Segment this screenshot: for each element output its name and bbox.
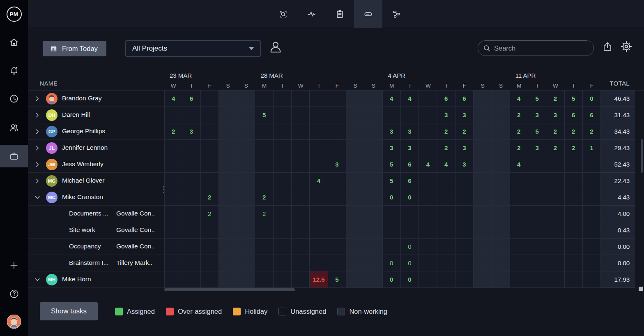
allocation-cell[interactable] [510, 206, 528, 222]
name-cell[interactable]: Site workGovalle Con.. [28, 222, 164, 239]
allocation-cell[interactable] [528, 206, 546, 222]
allocation-cell[interactable] [583, 173, 601, 189]
expand-toggle[interactable] [34, 178, 41, 186]
table-row-person[interactable]: MCMike Cranston22004.43 [28, 189, 644, 206]
allocation-cell[interactable] [364, 156, 382, 173]
allocation-cell[interactable] [492, 107, 510, 123]
allocation-cell[interactable] [383, 239, 401, 255]
allocation-cell[interactable] [237, 222, 255, 239]
allocation-cell[interactable] [237, 239, 255, 255]
allocation-cell[interactable] [310, 206, 328, 222]
allocation-cell[interactable]: 2 [565, 123, 583, 140]
allocation-cell[interactable] [164, 189, 182, 206]
allocation-cell[interactable] [419, 90, 437, 107]
allocation-cell[interactable]: 6 [437, 90, 455, 107]
allocation-cell[interactable] [346, 140, 364, 156]
allocation-cell[interactable]: 0 [401, 239, 419, 255]
allocation-cell[interactable] [510, 239, 528, 255]
tab-zoom-overview[interactable] [269, 0, 297, 28]
allocation-cell[interactable] [565, 255, 583, 271]
table-row-person[interactable]: MHMike Horn12.550017.93 [28, 271, 644, 288]
allocation-cell[interactable] [310, 255, 328, 271]
allocation-cell[interactable] [255, 173, 273, 189]
allocation-cell[interactable] [474, 255, 492, 271]
allocation-cell[interactable] [455, 239, 474, 255]
allocation-cell[interactable] [401, 206, 419, 222]
allocation-cell[interactable] [474, 90, 492, 107]
allocation-cell[interactable] [328, 107, 346, 123]
allocation-cell[interactable] [510, 189, 528, 206]
allocation-cell[interactable] [346, 206, 364, 222]
allocation-cell[interactable]: 3 [401, 140, 419, 156]
allocation-cell[interactable] [510, 222, 528, 239]
allocation-cell[interactable] [364, 239, 382, 255]
allocation-cell[interactable] [292, 271, 310, 288]
allocation-cell[interactable] [492, 123, 510, 140]
allocation-cell[interactable] [310, 107, 328, 123]
allocation-cell[interactable]: 5 [383, 156, 401, 173]
allocation-cell[interactable] [419, 239, 437, 255]
table-row-person[interactable]: JLJennifer Lennon33232322129.43 [28, 140, 644, 156]
allocation-cell[interactable] [310, 239, 328, 255]
allocation-cell[interactable] [274, 123, 292, 140]
allocation-cell[interactable] [346, 222, 364, 239]
allocation-cell[interactable] [274, 189, 292, 206]
allocation-cell[interactable]: 4 [437, 156, 455, 173]
allocation-cell[interactable] [510, 173, 528, 189]
table-row-task[interactable]: Site workGovalle Con..0.43 [28, 222, 644, 239]
allocation-cell[interactable] [528, 189, 546, 206]
allocation-cell[interactable] [219, 173, 237, 189]
allocation-cell[interactable] [419, 271, 437, 288]
allocation-cell[interactable] [328, 239, 346, 255]
name-cell[interactable]: DHDaren Hill [28, 107, 164, 123]
allocation-cell[interactable] [237, 90, 255, 107]
table-row-person[interactable]: Brandon Gray4644664525046.43 [28, 90, 644, 107]
allocation-cell[interactable] [237, 156, 255, 173]
allocation-cell[interactable]: 2 [255, 206, 273, 222]
horizontal-scrollbar[interactable] [164, 288, 295, 291]
allocation-cell[interactable] [546, 255, 564, 271]
allocation-cell[interactable] [255, 123, 273, 140]
allocation-cell[interactable] [474, 206, 492, 222]
allocation-cell[interactable] [565, 173, 583, 189]
allocation-cell[interactable]: 6 [455, 90, 474, 107]
sidebar-item-help[interactable] [0, 283, 28, 305]
allocation-cell[interactable]: 2 [510, 140, 528, 156]
allocation-cell[interactable]: 2 [164, 123, 182, 140]
allocation-cell[interactable] [546, 239, 564, 255]
allocation-cell[interactable] [219, 239, 237, 255]
allocation-cell[interactable] [274, 107, 292, 123]
allocation-cell[interactable]: 5 [328, 271, 346, 288]
allocation-cell[interactable] [292, 222, 310, 239]
allocation-cell[interactable]: 3 [328, 156, 346, 173]
allocation-cell[interactable] [510, 271, 528, 288]
allocation-cell[interactable] [565, 189, 583, 206]
allocation-cell[interactable] [164, 255, 182, 271]
allocation-cell[interactable]: 2 [546, 123, 564, 140]
allocation-cell[interactable] [201, 107, 219, 123]
allocation-cell[interactable] [182, 156, 200, 173]
allocation-cell[interactable] [583, 222, 601, 239]
allocation-cell[interactable]: 3 [546, 107, 564, 123]
allocation-cell[interactable] [455, 173, 474, 189]
allocation-cell[interactable] [182, 206, 200, 222]
sidebar-item-home[interactable] [0, 31, 28, 53]
tab-clipboard[interactable] [326, 0, 354, 28]
allocation-cell[interactable] [419, 173, 437, 189]
allocation-cell[interactable] [346, 123, 364, 140]
assignee-filter-button[interactable] [268, 39, 283, 56]
allocation-cell[interactable] [292, 189, 310, 206]
allocation-cell[interactable] [328, 222, 346, 239]
allocation-cell[interactable]: 3 [455, 156, 474, 173]
allocation-cell[interactable]: 0 [583, 90, 601, 107]
allocation-cell[interactable] [364, 189, 382, 206]
allocation-cell[interactable] [455, 271, 474, 288]
table-row-task[interactable]: Brainstorm I...Tillery Mark..000.00 [28, 255, 644, 271]
allocation-cell[interactable] [310, 123, 328, 140]
allocation-cell[interactable] [237, 271, 255, 288]
allocation-cell[interactable] [274, 206, 292, 222]
expand-toggle[interactable] [34, 95, 41, 104]
allocation-cell[interactable] [255, 156, 273, 173]
allocation-cell[interactable] [219, 90, 237, 107]
allocation-cell[interactable] [164, 222, 182, 239]
